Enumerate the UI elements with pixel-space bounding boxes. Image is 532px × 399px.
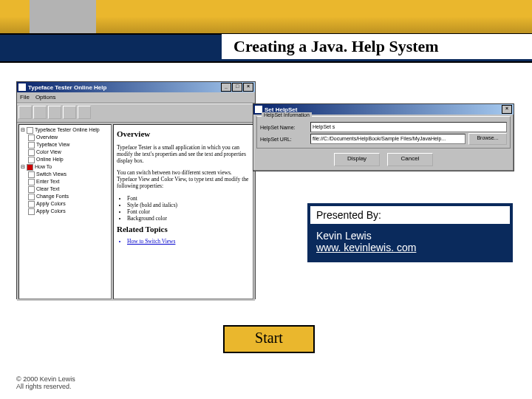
toc-item[interactable]: Overview — [28, 134, 109, 141]
rights: All rights reserved. — [16, 383, 75, 390]
list-item: Font — [127, 195, 250, 202]
toc-item[interactable]: ⊟ Typeface Tester Online Help — [21, 127, 109, 134]
toc-item[interactable]: ⊟ How To — [21, 164, 109, 171]
content-paragraph: Typeface Tester is a small application i… — [117, 144, 250, 164]
window-title: Typeface Tester Online Help — [28, 84, 106, 91]
minimize-button[interactable]: _ — [221, 83, 231, 92]
toc-item[interactable]: Online Help — [28, 157, 109, 163]
display-button[interactable]: Display — [334, 153, 380, 166]
list-item: Style (bold and italics) — [127, 202, 250, 208]
presented-by-box: Presented By: Kevin Lewis www. kevinlewi… — [307, 203, 513, 262]
content-list: Font Style (bold and italics) Font color… — [127, 195, 250, 222]
helpset-url-input[interactable]: file://C:/Documents/HelpBook/Sample File… — [310, 134, 466, 144]
help-window: Typeface Tester Online Help _ □ × File O… — [16, 81, 256, 299]
toolbar — [17, 103, 255, 123]
page-title: Creating a Java. Help System — [222, 34, 532, 61]
setup-button[interactable] — [78, 106, 91, 119]
toc-item[interactable]: Enter Text — [28, 179, 109, 185]
toc-item[interactable]: Apply Colors — [28, 208, 109, 215]
list-item: Background color — [127, 215, 250, 222]
set-helpset-dialog: Set HelpSet × HelpSet Information HelpSe… — [253, 103, 514, 171]
toc-item[interactable]: Color View — [28, 149, 109, 156]
helpset-group: HelpSet Information HelpSet Name: HelpSe… — [256, 116, 511, 149]
toc-item[interactable]: Change Fonts — [28, 194, 109, 200]
url-label: HelpSet URL: — [260, 137, 307, 142]
top-banner — [0, 0, 532, 37]
banner-photo — [30, 0, 96, 37]
presenter-name: Kevin Lewis — [316, 230, 504, 242]
list-item: Font color — [127, 208, 250, 215]
browse-button[interactable]: Browse... — [468, 133, 507, 145]
print-button[interactable] — [63, 106, 76, 119]
close-button[interactable]: × — [502, 105, 512, 114]
content-pane: Overview Typeface Tester is a small appl… — [113, 124, 253, 299]
related-item[interactable]: How to Switch Views — [127, 238, 250, 245]
back-button[interactable] — [18, 106, 32, 119]
menu-options[interactable]: Options — [35, 92, 56, 103]
app-icon — [18, 83, 26, 91]
toc-item[interactable]: Typeface View — [28, 142, 109, 149]
start-button[interactable]: Start — [223, 325, 315, 353]
helpset-name-input[interactable]: HelpSet s — [310, 122, 507, 132]
name-label: HelpSet Name: — [260, 125, 307, 130]
maximize-button[interactable]: □ — [232, 83, 242, 92]
presenter-link[interactable]: www. kevinlewis. com — [316, 242, 416, 253]
group-label: HelpSet Information — [262, 112, 312, 117]
menubar: File Options — [17, 92, 255, 103]
toc-item[interactable]: Clear Text — [28, 186, 109, 193]
presented-header: Presented By: — [310, 206, 510, 224]
cancel-button[interactable]: Cancel — [387, 153, 433, 166]
related-list: How to Switch Views — [127, 238, 250, 245]
toc-pane: ⊟ Typeface Tester Online Help Overview T… — [18, 124, 112, 299]
toc-item[interactable]: Apply Colors — [28, 201, 109, 208]
close-button[interactable]: × — [243, 83, 253, 92]
copyright: © 2000 Kevin Lewis — [16, 375, 75, 383]
window-titlebar: Typeface Tester Online Help _ □ × — [17, 82, 255, 92]
home-button[interactable] — [48, 106, 61, 119]
content-paragraph: You can switch between two different scr… — [117, 169, 250, 189]
footer: © 2000 Kevin Lewis All rights reserved. — [16, 375, 75, 390]
related-heading: Related Topics — [117, 225, 250, 233]
forward-button[interactable] — [33, 106, 47, 119]
menu-file[interactable]: File — [20, 92, 30, 103]
toc-item[interactable]: Switch Views — [28, 171, 109, 178]
content-heading: Overview — [117, 129, 250, 138]
